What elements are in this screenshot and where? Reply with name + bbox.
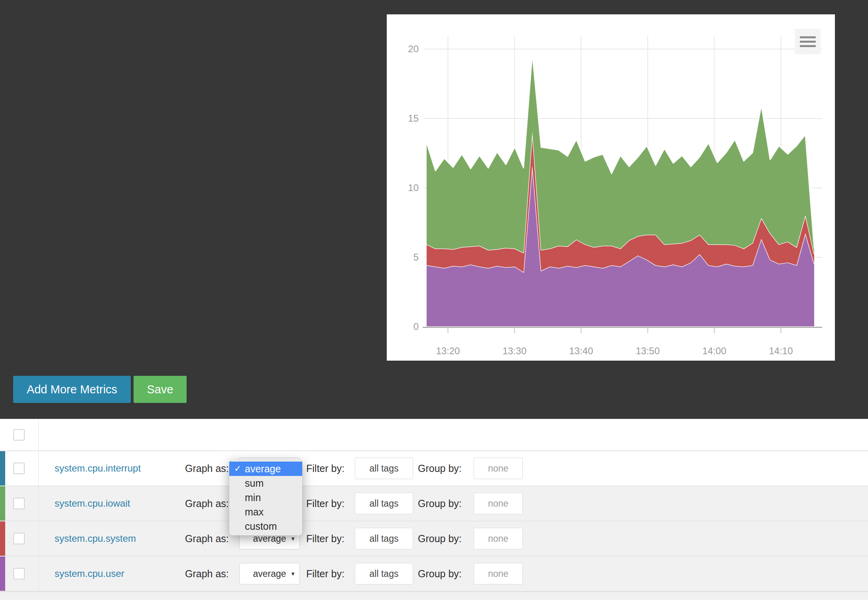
metric-name-link[interactable]: system.cpu.user: [55, 568, 124, 579]
svg-text:13:20: 13:20: [436, 345, 460, 356]
graph-as-label: Graph as:: [185, 463, 229, 474]
chevron-down-icon: ▼: [290, 536, 295, 542]
metric-color-bar: [0, 486, 5, 521]
hamburger-icon: [800, 36, 816, 38]
dropdown-item-custom[interactable]: custom: [229, 519, 302, 533]
svg-text:13:40: 13:40: [569, 345, 593, 356]
group-by-label: Group by:: [418, 463, 462, 474]
chart-menu-button[interactable]: [795, 29, 821, 54]
group-by-label: Group by:: [418, 533, 462, 545]
row-checkbox[interactable]: [13, 463, 25, 474]
svg-text:14:00: 14:00: [702, 345, 726, 356]
save-button[interactable]: Save: [134, 376, 187, 403]
table-row: system.cpu.interrupt Graph as: average▼ …: [0, 451, 868, 486]
metrics-editor-page: 0510152013:2013:3013:4013:5014:0014:10 A…: [0, 0, 868, 600]
filter-tags-box[interactable]: all tags: [355, 493, 413, 514]
cpu-stacked-area-chart: 0510152013:2013:3013:4013:5014:0014:10: [387, 14, 835, 361]
group-by-box[interactable]: none: [474, 458, 523, 479]
filter-by-label: Filter by:: [306, 568, 344, 580]
svg-text:15: 15: [408, 113, 419, 124]
row-checkbox[interactable]: [13, 568, 25, 580]
row-checkbox[interactable]: [13, 498, 25, 509]
svg-text:13:30: 13:30: [502, 345, 526, 356]
dropdown-item-average[interactable]: ✓average: [229, 462, 302, 476]
group-by-label: Group by:: [418, 568, 462, 580]
svg-text:20: 20: [408, 43, 419, 54]
svg-text:5: 5: [413, 252, 419, 262]
cpu-stacked-area-chart-panel: 0510152013:2013:3013:4013:5014:0014:10: [387, 14, 835, 361]
metric-name-link[interactable]: system.cpu.system: [55, 533, 136, 544]
filter-tags-box[interactable]: all tags: [355, 458, 413, 479]
svg-text:13:50: 13:50: [636, 345, 659, 356]
svg-text:0: 0: [413, 321, 419, 332]
group-by-box[interactable]: none: [474, 563, 523, 584]
dropdown-item-max[interactable]: max: [229, 505, 302, 519]
filter-by-label: Filter by:: [306, 463, 344, 474]
chevron-down-icon: ▼: [290, 571, 295, 577]
metrics-table: system.cpu.interrupt Graph as: average▼ …: [0, 419, 868, 600]
row-checkbox[interactable]: [13, 533, 25, 545]
group-by-box[interactable]: none: [474, 493, 523, 514]
metric-color-bar: [0, 451, 5, 486]
add-more-metrics-button[interactable]: Add More Metrics: [13, 376, 131, 403]
table-header-row: [0, 419, 868, 451]
table-footer-strip: [0, 592, 868, 600]
metric-color-bar: [0, 557, 5, 591]
checkmark-icon: ✓: [234, 462, 241, 476]
svg-text:14:10: 14:10: [769, 345, 793, 356]
group-by-box[interactable]: none: [474, 528, 523, 549]
graph-as-label: Graph as:: [185, 533, 229, 545]
filter-by-label: Filter by:: [306, 498, 344, 509]
table-row: system.cpu.system Graph as: average▼ Fil…: [0, 521, 868, 557]
filter-tags-box[interactable]: all tags: [355, 563, 413, 584]
column-separator: [38, 419, 39, 592]
graph-as-label: Graph as:: [185, 568, 229, 580]
metric-color-bar: [0, 521, 5, 556]
dropdown-item-min[interactable]: min: [229, 490, 302, 505]
filter-by-label: Filter by:: [306, 533, 344, 545]
metric-name-link[interactable]: system.cpu.iowait: [55, 498, 130, 509]
group-by-label: Group by:: [418, 498, 462, 509]
graph-as-label: Graph as:: [185, 498, 229, 509]
table-row: system.cpu.user Graph as: average▼ Filte…: [0, 557, 868, 592]
table-row: system.cpu.iowait Graph as: average▼ Fil…: [0, 486, 868, 521]
svg-text:10: 10: [408, 182, 419, 193]
select-all-checkbox[interactable]: [13, 429, 25, 441]
metric-name-link[interactable]: system.cpu.interrupt: [55, 463, 141, 474]
dropdown-item-sum[interactable]: sum: [229, 476, 302, 490]
filter-tags-box[interactable]: all tags: [355, 528, 413, 549]
graph-as-select[interactable]: average▼: [239, 563, 300, 584]
graph-as-dropdown-menu: ✓averagesumminmaxcustom: [229, 460, 302, 535]
